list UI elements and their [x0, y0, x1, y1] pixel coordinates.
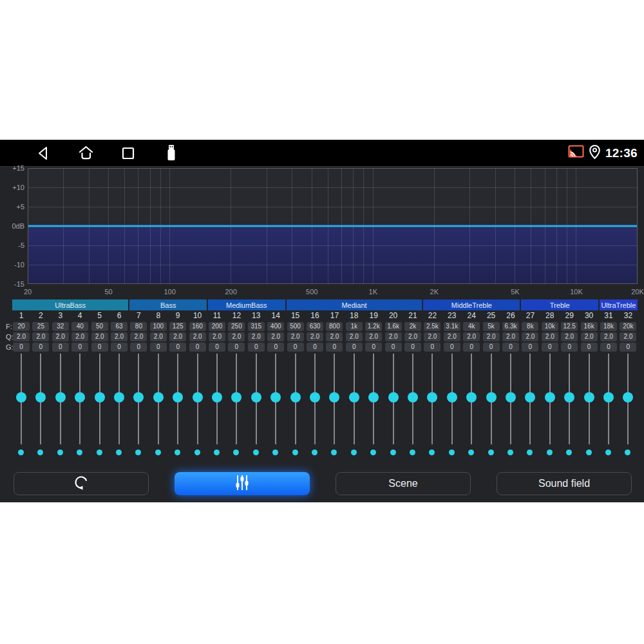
band-frequency-value[interactable]: 16k — [581, 322, 598, 331]
band-gain-value[interactable]: 0 — [150, 343, 167, 352]
band-gain-value[interactable]: 0 — [424, 343, 440, 352]
band-gain-value[interactable]: 0 — [620, 343, 636, 352]
back-icon[interactable] — [34, 140, 52, 166]
band-gain-value[interactable]: 0 — [71, 343, 88, 352]
band-q-value[interactable]: 2.0 — [483, 332, 500, 341]
eq-band-slider-knob[interactable] — [114, 392, 124, 402]
band-frequency-value[interactable]: 1k — [346, 322, 363, 331]
eq-band-slider-knob[interactable] — [525, 392, 535, 402]
band-q-value[interactable]: 2.0 — [169, 332, 186, 341]
eq-band-slider-knob[interactable] — [270, 392, 281, 402]
band-frequency-value[interactable]: 4k — [463, 322, 480, 331]
band-frequency-value[interactable]: 63 — [111, 322, 128, 331]
band-q-value[interactable]: 2.0 — [32, 332, 49, 341]
band-q-value[interactable]: 2.0 — [91, 332, 108, 341]
scene-button[interactable]: Scene — [336, 472, 471, 495]
band-gain-value[interactable]: 0 — [561, 343, 578, 352]
eq-band-slider-knob[interactable] — [55, 392, 66, 402]
eq-band-slider-knob[interactable] — [447, 392, 457, 402]
band-frequency-value[interactable]: 8k — [522, 322, 538, 331]
eq-band-slider-knob[interactable] — [506, 392, 516, 402]
band-gain-value[interactable]: 0 — [91, 343, 108, 352]
band-gain-value[interactable]: 0 — [522, 343, 538, 352]
band-gain-value[interactable]: 0 — [52, 343, 69, 352]
band-frequency-value[interactable]: 20k — [620, 322, 636, 331]
band-frequency-value[interactable]: 80 — [130, 322, 147, 331]
band-gain-value[interactable]: 0 — [307, 343, 323, 352]
band-gain-value[interactable]: 0 — [228, 343, 245, 352]
band-frequency-value[interactable]: 2.5k — [424, 322, 440, 331]
band-frequency-value[interactable]: 2k — [404, 322, 421, 331]
band-q-value[interactable]: 2.0 — [111, 332, 128, 341]
band-q-value[interactable]: 2.0 — [502, 332, 519, 341]
band-q-value[interactable]: 2.0 — [209, 332, 225, 341]
eq-band-slider-knob[interactable] — [329, 392, 339, 402]
home-icon[interactable] — [77, 140, 95, 166]
band-frequency-value[interactable]: 10k — [542, 322, 558, 331]
band-frequency-value[interactable]: 20 — [13, 322, 30, 331]
band-frequency-value[interactable]: 50 — [91, 322, 108, 331]
band-gain-value[interactable]: 0 — [130, 343, 147, 352]
band-frequency-value[interactable]: 250 — [228, 322, 245, 331]
band-q-value[interactable]: 2.0 — [444, 332, 460, 341]
band-frequency-value[interactable]: 40 — [71, 322, 88, 331]
band-q-value[interactable]: 2.0 — [424, 332, 440, 341]
band-gain-value[interactable]: 0 — [32, 343, 49, 352]
band-q-value[interactable]: 2.0 — [287, 332, 304, 341]
equalizer-button[interactable] — [175, 472, 310, 495]
band-frequency-value[interactable]: 18k — [600, 322, 617, 331]
band-q-value[interactable]: 2.0 — [307, 332, 323, 341]
eq-band-slider-knob[interactable] — [310, 392, 320, 402]
band-gain-value[interactable]: 0 — [463, 343, 480, 352]
band-frequency-value[interactable]: 630 — [307, 322, 323, 331]
band-q-value[interactable]: 2.0 — [404, 332, 421, 341]
eq-band-slider-knob[interactable] — [212, 392, 222, 402]
band-gain-value[interactable]: 0 — [169, 343, 186, 352]
band-frequency-value[interactable]: 12.5 — [561, 322, 578, 331]
band-q-value[interactable]: 2.0 — [326, 332, 343, 341]
eq-band-slider-knob[interactable] — [290, 392, 301, 402]
band-q-value[interactable]: 2.0 — [130, 332, 147, 341]
eq-band-slider-knob[interactable] — [133, 392, 144, 402]
band-q-value[interactable]: 2.0 — [561, 332, 578, 341]
band-frequency-value[interactable]: 32 — [52, 322, 69, 331]
band-frequency-value[interactable]: 400 — [267, 322, 284, 331]
eq-band-slider-knob[interactable] — [623, 392, 633, 402]
band-gain-value[interactable]: 0 — [385, 343, 402, 352]
band-q-value[interactable]: 2.0 — [522, 332, 538, 341]
band-q-value[interactable]: 2.0 — [150, 332, 167, 341]
eq-band-slider-knob[interactable] — [427, 392, 437, 402]
eq-band-slider-knob[interactable] — [251, 392, 261, 402]
band-gain-value[interactable]: 0 — [13, 343, 30, 352]
reset-button[interactable] — [14, 472, 149, 495]
band-gain-value[interactable]: 0 — [248, 343, 265, 352]
band-q-value[interactable]: 2.0 — [52, 332, 69, 341]
band-q-value[interactable]: 2.0 — [71, 332, 88, 341]
band-gain-value[interactable]: 0 — [483, 343, 500, 352]
recents-icon[interactable] — [119, 140, 137, 166]
band-frequency-value[interactable]: 200 — [209, 322, 225, 331]
eq-band-slider-knob[interactable] — [466, 392, 477, 402]
band-gain-value[interactable]: 0 — [600, 343, 617, 352]
band-gain-value[interactable]: 0 — [287, 343, 304, 352]
band-q-value[interactable]: 2.0 — [189, 332, 206, 341]
band-q-value[interactable]: 2.0 — [346, 332, 363, 341]
band-q-value[interactable]: 2.0 — [365, 332, 382, 341]
band-gain-value[interactable]: 0 — [111, 343, 128, 352]
band-q-value[interactable]: 2.0 — [542, 332, 558, 341]
band-frequency-value[interactable]: 1.6k — [385, 322, 402, 331]
band-frequency-value[interactable]: 125 — [169, 322, 186, 331]
band-frequency-value[interactable]: 3.1k — [444, 322, 460, 331]
band-gain-value[interactable]: 0 — [326, 343, 343, 352]
band-frequency-value[interactable]: 25 — [32, 322, 49, 331]
band-q-value[interactable]: 2.0 — [385, 332, 402, 341]
band-gain-value[interactable]: 0 — [189, 343, 206, 352]
band-gain-value[interactable]: 0 — [404, 343, 421, 352]
band-gain-value[interactable]: 0 — [444, 343, 460, 352]
band-frequency-value[interactable]: 5k — [483, 322, 500, 331]
eq-band-slider-knob[interactable] — [153, 392, 164, 402]
eq-band-slider-knob[interactable] — [16, 392, 26, 402]
band-frequency-value[interactable]: 160 — [189, 322, 206, 331]
eq-band-slider-knob[interactable] — [173, 392, 183, 402]
eq-band-slider-knob[interactable] — [584, 392, 594, 402]
